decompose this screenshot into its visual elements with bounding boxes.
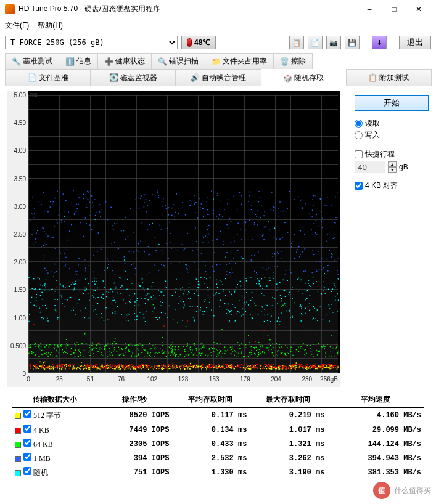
col-header: 平均存取时间 [171,392,249,408]
save-button[interactable]: 💾 [345,36,360,49]
write-radio[interactable]: 写入 [355,130,429,140]
toolbar: T-FORCE 250G (256 gB) 48℃ 📋 📄 📷 💾 ⬇ 退出 [0,32,436,53]
watermark: 值 什么值得买 [373,482,431,487]
tabs: 🔧基准测试ℹ️信息➕健康状态🔍错误扫描📁文件夹占用率🗑️擦除 📄文件基准💽磁盘监… [0,53,436,86]
shortstroke-group: 快捷行程 ▲▼ gB [355,148,429,173]
table-row: 512 字节8520 IOPS0.117 ms0.219 ms4.160 MB/… [12,408,424,423]
shortstroke-checkbox[interactable]: 快捷行程 [355,149,429,160]
col-header: 最大存取时间 [249,392,327,408]
col-header: 传输数据大小 [12,392,97,408]
series-checkbox[interactable] [23,425,31,433]
temperature-value: 48℃ [194,38,210,47]
tab-错误扫描[interactable]: 🔍错误扫描 [151,53,205,69]
tab-健康状态[interactable]: ➕健康状态 [97,53,152,69]
x-axis-ticks: 0255176102128153179204230256gB [28,376,338,386]
shortstroke-unit: gB [399,163,408,171]
tab-基准测试[interactable]: 🔧基准测试 [5,53,59,69]
mode-radio-group: 读取 写入 [355,117,429,142]
col-header: 平均速度 [327,392,424,408]
wrench-icon: 🔧 [12,57,20,66]
shortstroke-spinner[interactable]: ▲▼ gB [355,161,429,173]
screenshot-button[interactable]: 📷 [326,36,341,49]
copy-screenshot-button[interactable]: 📄 [308,36,323,49]
align-checkbox[interactable]: 4 KB 对齐 [355,181,429,191]
tab-随机存取[interactable]: 🎲随机存取 [261,70,347,86]
chart-area: 5.004.504.003.503.002.502.001.501.000.50… [7,91,347,387]
y-axis-ticks: 5.004.504.003.503.002.502.001.501.000.50… [9,91,27,373]
search-icon: 🔍 [158,57,167,66]
drive-select[interactable]: T-FORCE 250G (256 gB) [5,36,178,49]
menu-file[interactable]: 文件(F) [5,20,29,31]
minimize-button[interactable]: – [357,1,382,18]
window-title: HD Tune Pro 5.70 - 硬盘/固态硬盘实用程序 [19,4,357,14]
disk-icon: 💽 [109,73,118,82]
watermark-icon: 值 [373,482,390,487]
table-row: 随机751 IOPS1.330 ms3.190 ms381.353 MB/s [12,465,424,480]
series-checkbox[interactable] [23,453,31,461]
col-header: 操作/秒 [97,392,172,408]
start-button[interactable]: 开始 [355,95,429,111]
tab-擦除[interactable]: 🗑️擦除 [273,53,313,69]
file-icon: 📄 [28,73,36,82]
thermometer-icon [187,38,192,47]
results-table: 传输数据大小操作/秒平均存取时间最大存取时间平均速度 512 字节8520 IO… [0,392,436,487]
series-checkbox[interactable] [23,410,31,418]
shortstroke-value[interactable] [355,161,385,173]
menubar: 文件(F) 帮助(H) [0,18,436,32]
tab-磁盘监视器[interactable]: 💽磁盘监视器 [90,69,176,86]
info-icon: ℹ️ [65,57,74,66]
y-axis-unit: ms [30,91,38,98]
table-row: 1 MB394 IOPS2.532 ms3.262 ms394.943 MB/s [12,451,424,465]
table-row: 4 KB7449 IOPS0.134 ms1.017 ms29.099 MB/s [12,423,424,437]
close-button[interactable]: ✕ [406,1,431,18]
tab-自动噪音管理[interactable]: 🔊自动噪音管理 [175,69,261,86]
titlebar: HD Tune Pro 5.70 - 硬盘/固态硬盘实用程序 – □ ✕ [0,0,436,18]
random-icon: 🎲 [283,74,292,83]
app-icon [5,4,15,14]
tab-信息[interactable]: ℹ️信息 [59,53,98,69]
copy-info-button[interactable]: 📋 [289,36,304,49]
maximize-button[interactable]: □ [382,1,406,18]
main-content: 5.004.504.003.503.002.502.001.501.000.50… [0,86,436,392]
spin-down[interactable]: ▼ [388,167,397,173]
sound-icon: 🔊 [191,73,199,82]
spin-up[interactable]: ▲ [388,161,397,167]
folder-icon: 📁 [212,57,220,66]
temperature-display: 48℃ [181,36,216,49]
scatter-canvas [7,91,340,387]
series-checkbox[interactable] [23,439,31,447]
read-radio[interactable]: 读取 [355,118,429,129]
trash-icon: 🗑️ [280,57,289,66]
options-button[interactable]: ⬇ [372,36,387,49]
watermark-text: 什么值得买 [394,486,431,488]
table-row: 64 KB2305 IOPS0.433 ms1.321 ms144.124 MB… [12,437,424,451]
menu-help[interactable]: 帮助(H) [38,20,63,31]
tab-文件夹占用率[interactable]: 📁文件夹占用率 [205,53,274,69]
series-checkbox[interactable] [23,467,31,475]
plus-icon: ➕ [104,57,113,66]
tab-文件基准[interactable]: 📄文件基准 [5,69,91,86]
exit-button[interactable]: 退出 [399,36,431,49]
random-access-chart: 5.004.504.003.503.002.502.001.501.000.50… [7,91,340,387]
tab-附加测试[interactable]: 📋附加测试 [346,69,432,86]
side-panel: 开始 读取 写入 快捷行程 ▲▼ gB 4 KB 对齐 [355,91,429,387]
extra-icon: 📋 [368,73,377,82]
